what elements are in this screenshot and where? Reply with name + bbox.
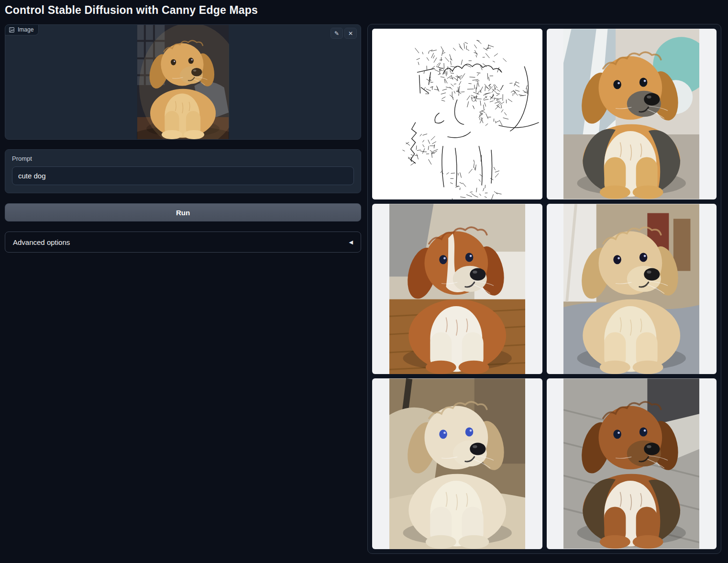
edit-image-button[interactable]: ✎ — [331, 28, 343, 39]
advanced-options-label: Advanced options — [13, 238, 70, 246]
image-input-label-chip: Image — [5, 25, 39, 35]
prompt-block: Prompt — [5, 149, 361, 193]
input-image-preview — [137, 25, 229, 139]
prompt-label: Prompt — [12, 155, 354, 162]
generated-image — [389, 378, 525, 549]
image-actions: ✎ ✕ — [331, 28, 357, 39]
generated-image — [563, 378, 699, 549]
run-button[interactable]: Run — [5, 203, 361, 221]
close-icon: ✕ — [348, 31, 353, 36]
image-input[interactable]: Image ✎ ✕ — [5, 24, 361, 140]
edge-map-image — [372, 29, 542, 199]
app: Control Stable Diffusion with Canny Edge… — [0, 0, 728, 561]
gallery-item-generated-dog-5[interactable] — [547, 378, 717, 549]
main-row: Image ✎ ✕ Prompt Run Advanced options ◀ — [5, 24, 721, 554]
pencil-icon: ✎ — [334, 31, 339, 36]
gallery-item-generated-dog-4[interactable] — [372, 378, 542, 549]
advanced-options-accordion[interactable]: Advanced options ◀ — [5, 232, 361, 253]
image-input-label: Image — [18, 26, 33, 33]
gallery-item-generated-dog-1[interactable] — [547, 29, 717, 199]
gallery-item-canny-edge-map[interactable] — [372, 29, 542, 199]
result-gallery — [367, 24, 721, 554]
generated-image — [563, 29, 699, 199]
triangle-left-icon: ◀ — [349, 239, 353, 245]
generated-image — [563, 204, 699, 375]
gallery-item-generated-dog-2[interactable] — [372, 204, 542, 375]
clear-image-button[interactable]: ✕ — [344, 28, 357, 39]
controls-column: Image ✎ ✕ Prompt Run Advanced options ◀ — [5, 24, 361, 253]
gallery-item-generated-dog-3[interactable] — [547, 204, 717, 375]
prompt-input[interactable] — [12, 166, 354, 185]
generated-image — [389, 204, 525, 375]
image-icon — [9, 27, 15, 33]
page-title: Control Stable Diffusion with Canny Edge… — [5, 4, 721, 17]
